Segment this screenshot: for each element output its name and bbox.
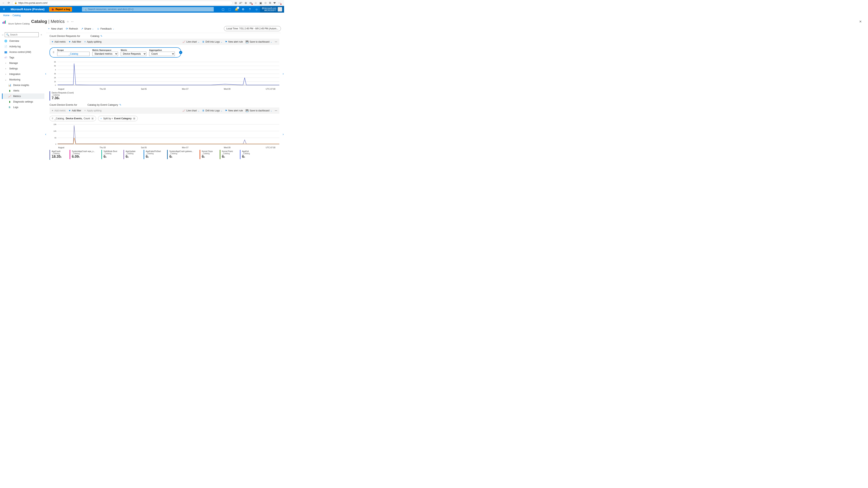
- settings-icon[interactable]: ⚙: [240, 6, 247, 12]
- chart-scroll-right-button[interactable]: ›: [283, 132, 284, 136]
- drill-logs-button[interactable]: 🗎Drill into Logs ⌄: [202, 40, 222, 43]
- feedback-icon[interactable]: ☺: [253, 6, 260, 12]
- sidebar-item-integration[interactable]: ›Integration: [2, 71, 44, 77]
- collapse-sidebar-button[interactable]: «: [40, 33, 43, 36]
- global-search-input[interactable]: [88, 8, 212, 11]
- chart-type-button[interactable]: 📈Line chart ⌄: [183, 109, 199, 112]
- line-chart-icon: 📈: [183, 109, 185, 112]
- sidebar-item-device-insights[interactable]: 📊Device insights: [2, 83, 44, 88]
- sidebar-item-activity-log[interactable]: 📄Activity log: [2, 44, 44, 49]
- edit-title-button[interactable]: ✎: [100, 35, 102, 37]
- drag-handle-icon[interactable]: ⠿: [53, 51, 55, 54]
- legend-card[interactable]: Device Requests (Count) _Catalog 7.36k: [50, 91, 76, 101]
- browser-more-icon[interactable]: ⋯: [278, 1, 281, 4]
- scope-input[interactable]: [57, 52, 90, 56]
- azure-brand-link[interactable]: Microsoft Azure (Preview): [8, 8, 47, 11]
- chart-scroll-left-button[interactable]: ‹: [45, 132, 46, 136]
- time-range-button[interactable]: Local Time: 7/31 2:45 PM - 8/9 2:45 PM (…: [224, 26, 281, 31]
- text-size-icon[interactable]: Aᴬ: [239, 1, 242, 4]
- feedback-button[interactable]: ☺Feedback ⌄: [97, 27, 114, 30]
- aggregation-select[interactable]: Count: [149, 52, 175, 56]
- new-alert-button[interactable]: ⚑New alert rule: [225, 109, 243, 112]
- sidebar-item-metrics[interactable]: 📈Metrics: [2, 94, 44, 99]
- save-dashboard-button[interactable]: 💾Save to dashboard⌄: [246, 109, 272, 112]
- split-chip[interactable]: ✧ Split by = Event Category ✕: [98, 116, 138, 121]
- legend-card[interactable]: SystemAppCrash wpa_s..._Catalog6.09k: [70, 150, 97, 159]
- favorite-icon[interactable]: ☆: [254, 1, 257, 4]
- sidebar-item-overview[interactable]: 🌐Overview: [2, 38, 44, 44]
- health-icon[interactable]: ❤: [273, 1, 276, 4]
- help-icon[interactable]: ?: [247, 6, 253, 12]
- global-search-bar[interactable]: 🔍: [82, 7, 214, 12]
- remove-chip-button[interactable]: ✕: [133, 117, 135, 120]
- shopping-icon[interactable]: 🛍: [249, 1, 252, 4]
- browser-back-button[interactable]: ←: [2, 1, 5, 4]
- sidebar-item-label: Diagnostic settings: [13, 100, 33, 103]
- new-chart-button[interactable]: ＋New chart: [48, 27, 63, 30]
- apply-splitting-button[interactable]: ✧Apply splitting: [84, 40, 102, 43]
- confirm-metric-button[interactable]: ✓: [179, 51, 182, 54]
- chart-more-button[interactable]: ⋯: [275, 40, 277, 43]
- svg-text:2k: 2k: [54, 77, 56, 79]
- notifications-icon[interactable]: 🔔2: [233, 6, 240, 12]
- drill-logs-button[interactable]: 🗎Drill into Logs ⌄: [202, 109, 222, 112]
- add-metric-button[interactable]: ✦Add metric: [52, 109, 66, 112]
- legend-card[interactable]: Kernel Oops_Catalog6k: [199, 150, 215, 159]
- remove-chip-button[interactable]: ✕: [91, 117, 94, 120]
- sidebar-item-tags[interactable]: 🏷Tags: [2, 55, 44, 60]
- chart-more-button[interactable]: ⋯: [275, 109, 277, 112]
- chart-scroll-right-button[interactable]: ›: [283, 72, 284, 75]
- report-bug-button[interactable]: 🐞 Report a bug: [49, 7, 72, 12]
- metric-label: Metric: [121, 49, 146, 51]
- legend-card[interactable]: AppFailedToStart_Catalog6k: [144, 150, 163, 159]
- share-icon: ↗: [81, 27, 83, 30]
- sidebar-item-diagnostic[interactable]: ▮Diagnostic settings: [2, 99, 44, 104]
- chart-type-button[interactable]: 📈Line chart ⌄: [183, 40, 199, 43]
- add-filter-button[interactable]: ▼Add filter: [68, 109, 81, 112]
- btn-label: Drill into Logs: [206, 40, 220, 43]
- left-sidebar: Azure Sphere Catalog ◇ 🔍 « 🌐Overview 📄Ac…: [0, 18, 44, 160]
- browser-url-field[interactable]: 🔒 https://ms.portal.azure.com/: [12, 1, 232, 5]
- extension-icon[interactable]: ⊞: [235, 1, 237, 4]
- zoom-icon[interactable]: ⊕: [245, 1, 247, 4]
- split-screen-icon[interactable]: ▣: [259, 1, 262, 4]
- add-filter-button[interactable]: ▼Add filter: [68, 40, 81, 43]
- apply-splitting-button[interactable]: ✧Apply splitting: [84, 109, 102, 112]
- breadcrumb-home[interactable]: Home: [3, 14, 9, 17]
- breadcrumb-catalog[interactable]: Catalog: [12, 14, 21, 17]
- user-account-button[interactable]: @microsoft.com MICROSOFT: [260, 6, 284, 12]
- collections-icon[interactable]: ⧉: [269, 1, 271, 4]
- metric-chip[interactable]: ⠿ _Catalog, Device Events, Count ✕: [50, 116, 96, 121]
- sidebar-item-monitoring[interactable]: ⌄Monitoring: [2, 77, 44, 83]
- favorites-bar-icon[interactable]: ✩: [265, 1, 267, 4]
- hamburger-menu-button[interactable]: ≡: [0, 7, 8, 11]
- namespace-select[interactable]: Standard metrics: [92, 52, 118, 56]
- legend-card[interactable]: SystemAppCrash gatewa..._Catalog6k: [167, 150, 195, 159]
- add-metric-button[interactable]: ✦Add metric: [52, 40, 66, 43]
- metric-select[interactable]: Device Requests: [121, 52, 146, 56]
- sidebar-item-manage[interactable]: ›Manage: [2, 60, 44, 66]
- legend-card[interactable]: Kernel Panic_Catalog6k: [220, 150, 236, 159]
- expand-icon[interactable]: ◇: [2, 34, 4, 36]
- sidebar-item-alerts[interactable]: ▮Alerts: [2, 88, 44, 94]
- save-dashboard-button[interactable]: 💾Save to dashboard⌄: [246, 40, 272, 43]
- sidebar-search-input[interactable]: [10, 33, 37, 36]
- legend-card[interactable]: SafeMode Boot_Catalog6k: [101, 150, 119, 159]
- browser-refresh-button[interactable]: ⟳: [7, 1, 10, 4]
- sidebar-item-settings[interactable]: ›Settings: [2, 66, 44, 71]
- new-alert-button[interactable]: ⚑New alert rule: [225, 40, 243, 43]
- sidebar-item-logs[interactable]: 🗎Logs: [2, 104, 44, 110]
- legend-card[interactable]: AppExit_Catalog6k: [240, 150, 256, 159]
- share-button[interactable]: ↗Share ⌄: [81, 27, 94, 30]
- directories-icon[interactable]: ⬚: [226, 6, 233, 12]
- svg-text:6k: 6k: [54, 61, 56, 63]
- cloud-shell-icon[interactable]: ▢: [220, 6, 226, 12]
- refresh-button[interactable]: ⟳Refresh: [66, 27, 78, 30]
- chart-scroll-left-button[interactable]: ‹: [45, 72, 46, 75]
- legend-card[interactable]: SystemAppCrash azured_Catalog6k: [50, 159, 75, 160]
- legend-card[interactable]: AppCrash_Catalog18.35k: [50, 150, 65, 159]
- sidebar-search[interactable]: 🔍: [5, 32, 39, 37]
- edit-title-button[interactable]: ✎: [119, 103, 121, 106]
- legend-card[interactable]: AppUpdate_Catalog6k: [123, 150, 139, 159]
- sidebar-item-access-control[interactable]: 👥Access control (IAM): [2, 49, 44, 55]
